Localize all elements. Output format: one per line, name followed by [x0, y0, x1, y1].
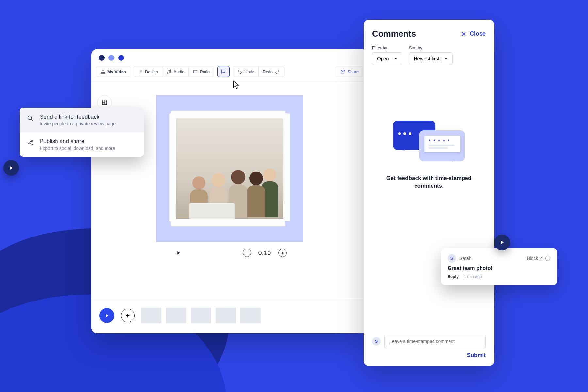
redo-button[interactable]: Redo	[259, 66, 284, 77]
speech-bubbles-icon: ★ ★ ★ ★ ★	[393, 121, 465, 166]
redo-icon	[275, 69, 280, 74]
undo-button[interactable]: Undo	[233, 66, 259, 77]
layout-icon	[101, 99, 108, 106]
share-group: Share	[336, 66, 363, 77]
project-name: My Video	[107, 69, 126, 74]
comment-reply-button[interactable]: Reply	[448, 274, 459, 279]
photo-scene	[176, 118, 283, 219]
timeline-clip[interactable]	[166, 308, 186, 323]
zoom-out-button[interactable]: −	[243, 249, 251, 257]
share-option-subtitle: Export to social, download, and more	[40, 146, 115, 151]
history-group: Undo Redo	[233, 66, 284, 77]
share-option-subtitle: Invite people to a private review page	[40, 121, 116, 126]
zoom-in-button[interactable]: +	[278, 249, 287, 257]
photo-placeholder	[174, 116, 285, 221]
audio-button[interactable]: Audio	[162, 66, 188, 77]
project-chip[interactable]: My Video	[96, 66, 130, 77]
share-button[interactable]: Share	[336, 66, 363, 77]
timeline-play-button[interactable]	[99, 308, 114, 323]
chevron-down-icon	[444, 57, 448, 61]
svg-point-3	[28, 142, 29, 143]
comments-empty-state: ★ ★ ★ ★ ★ Get feedback with time-stamped…	[372, 81, 486, 335]
comment-avatar: S	[448, 254, 456, 263]
chevron-down-icon	[394, 57, 398, 61]
layout-tool[interactable]	[97, 95, 112, 109]
music-icon	[166, 69, 172, 74]
canvas-frame[interactable]	[156, 95, 303, 242]
comment-text: Great team photo!	[448, 265, 550, 271]
share-option-title: Send a link for feedback	[40, 114, 116, 120]
status-ring-icon[interactable]	[545, 256, 550, 261]
comment-card[interactable]: S Sarah Block 2 Great team photo! Reply …	[441, 248, 557, 285]
timeline-clip[interactable]	[216, 308, 236, 323]
ratio-icon	[193, 69, 198, 74]
add-clip-button[interactable]: +	[121, 309, 135, 322]
comment-submit-button[interactable]: Submit	[467, 352, 486, 359]
comment-icon	[221, 69, 226, 74]
svg-point-5	[31, 144, 33, 145]
sort-label: Sort by	[409, 45, 453, 50]
editor-toolbar: My Video Design Audio Ratio	[91, 64, 368, 82]
comment-timestamp: 1 min ago	[464, 274, 482, 279]
decorative-play-badge	[3, 160, 19, 176]
preview-controls: − 0:10 +	[156, 245, 303, 260]
empty-state-text: Get feedback with time-stamped comments.	[383, 175, 475, 190]
canvas-area	[91, 82, 368, 245]
comment-input[interactable]	[384, 335, 486, 348]
decorative-play-badge	[494, 235, 510, 250]
traffic-dot	[118, 55, 124, 61]
window-traffic-lights	[91, 49, 368, 64]
sort-select[interactable]: Newest first	[409, 52, 453, 65]
ratio-button[interactable]: Ratio	[189, 66, 214, 77]
play-icon	[176, 250, 182, 256]
user-avatar: S	[372, 337, 381, 346]
timeline-clip[interactable]	[141, 308, 161, 323]
share-option-publish[interactable]: Publish and share Export to social, down…	[20, 132, 144, 157]
share-nodes-icon	[26, 138, 35, 151]
comment-author: Sarah	[459, 256, 471, 261]
logo-icon	[100, 69, 106, 74]
comments-close-button[interactable]: Close	[461, 30, 486, 37]
traffic-dot	[108, 55, 114, 61]
playback-time: 0:10	[258, 249, 271, 257]
traffic-dot	[99, 55, 105, 61]
comment-tool-button[interactable]	[217, 66, 230, 77]
comments-title: Comments	[372, 29, 416, 39]
comment-block-label: Block 2	[527, 256, 542, 261]
search-icon	[26, 114, 35, 126]
preview-play-button[interactable]	[176, 250, 182, 256]
share-option-title: Publish and share	[40, 138, 115, 145]
close-icon	[461, 31, 466, 37]
video-editor-window: My Video Design Audio Ratio	[91, 49, 368, 333]
share-dropdown: Send a link for feedback Invite people t…	[20, 108, 144, 157]
design-button[interactable]: Design	[134, 66, 162, 77]
tools-group: Design Audio Ratio	[134, 66, 214, 77]
svg-point-4	[31, 140, 33, 141]
undo-icon	[237, 69, 242, 74]
brush-icon	[138, 69, 143, 74]
timeline: +	[91, 299, 368, 333]
svg-point-2	[28, 116, 32, 120]
timeline-clip[interactable]	[191, 308, 211, 323]
svg-rect-0	[193, 70, 197, 73]
play-icon	[104, 313, 110, 318]
filter-label: Filter by	[372, 45, 402, 50]
timeline-clips	[141, 308, 261, 323]
external-link-icon	[340, 69, 345, 74]
filter-select[interactable]: Open	[372, 52, 402, 65]
timeline-clip[interactable]	[240, 308, 261, 323]
comments-panel: Comments Close Filter by Open Sort by Ne…	[364, 20, 494, 366]
cursor-pointer-icon	[233, 80, 240, 90]
share-option-feedback[interactable]: Send a link for feedback Invite people t…	[20, 108, 144, 132]
